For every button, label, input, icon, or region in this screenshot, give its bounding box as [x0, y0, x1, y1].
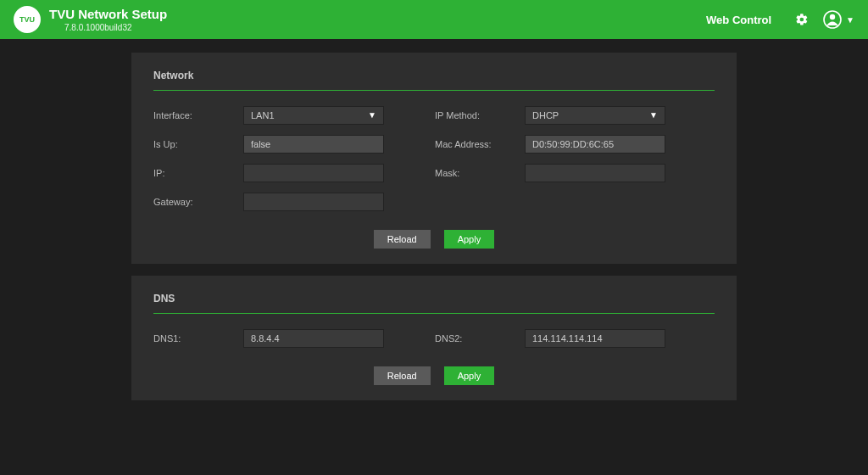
web-control-link[interactable]: Web Control [706, 14, 771, 26]
network-panel: Network Interface: LAN1 ▼ IP Method: DHC… [131, 53, 737, 264]
label-gateway: Gateway: [153, 197, 243, 207]
network-buttons: Reload Apply [153, 230, 715, 249]
dns-buttons: Reload Apply [153, 366, 715, 385]
chevron-down-icon: ▼ [649, 110, 658, 120]
logo-icon: TVU [14, 6, 41, 33]
network-apply-button[interactable]: Apply [444, 230, 495, 249]
label-dns1: DNS1: [153, 333, 243, 344]
svg-point-1 [830, 14, 835, 20]
app-version: 7.8.0.1000build32 [64, 23, 167, 32]
chevron-down-icon: ▼ [846, 15, 854, 25]
app-title: TVU Network Setup [49, 7, 167, 21]
interface-select[interactable]: LAN1 ▼ [243, 106, 384, 125]
gateway-input[interactable] [243, 193, 384, 211]
dns-reload-button[interactable]: Reload [374, 366, 431, 385]
dns2-input[interactable] [525, 329, 665, 348]
user-menu[interactable]: ▼ [822, 9, 854, 30]
content: Network Interface: LAN1 ▼ IP Method: DHC… [0, 39, 868, 426]
interface-value: LAN1 [251, 110, 275, 120]
dns-form: DNS1: DNS2: [153, 329, 715, 348]
logo-text: TVU [19, 15, 35, 24]
label-mac: Mac Address: [435, 139, 525, 149]
dns-apply-button[interactable]: Apply [444, 366, 495, 385]
ip-method-select[interactable]: DHCP ▼ [525, 106, 665, 125]
label-dns2: DNS2: [435, 333, 525, 344]
gear-icon[interactable] [795, 13, 809, 26]
label-mask: Mask: [435, 168, 525, 178]
network-form: Interface: LAN1 ▼ IP Method: DHCP ▼ Is U… [153, 106, 715, 211]
dns-panel: DNS DNS1: DNS2: Reload Apply [131, 276, 737, 400]
ip-input[interactable] [243, 164, 384, 182]
label-interface: Interface: [153, 110, 243, 120]
mac-value: D0:50:99:DD:6C:65 [525, 135, 665, 154]
title-block: TVU Network Setup 7.8.0.1000build32 [49, 7, 167, 32]
network-reload-button[interactable]: Reload [374, 230, 431, 249]
label-ip: IP: [153, 168, 243, 178]
label-is-up: Is Up: [153, 139, 243, 149]
is-up-value: false [243, 135, 384, 154]
header: TVU TVU Network Setup 7.8.0.1000build32 … [0, 0, 868, 39]
network-title: Network [153, 70, 715, 91]
user-icon [822, 9, 843, 30]
ip-method-value: DHCP [532, 110, 559, 120]
mask-input[interactable] [525, 164, 665, 182]
label-ip-method: IP Method: [435, 110, 525, 120]
dns-title: DNS [153, 293, 715, 314]
dns1-input[interactable] [243, 329, 384, 348]
chevron-down-icon: ▼ [368, 110, 376, 120]
